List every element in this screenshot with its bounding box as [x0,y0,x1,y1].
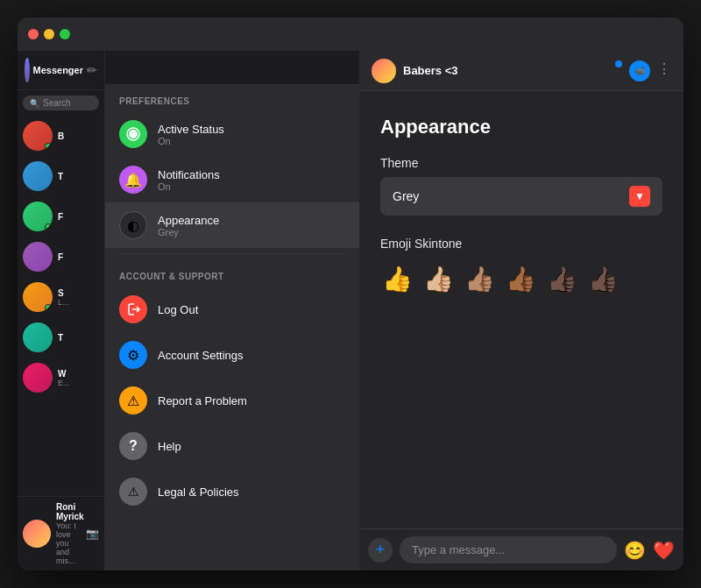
chat-info: B [58,131,99,141]
add-attachment-button[interactable]: + [368,538,393,563]
chat-info: F [58,252,99,262]
conversation-header: Babers <3 📹 ⋮ [359,51,683,91]
list-item[interactable]: T [18,317,104,358]
sticker-icon[interactable]: 😊 [624,540,646,561]
legal-text: Legal & Policies [158,485,345,499]
list-item[interactable]: S L... [18,277,104,317]
pref-active-status[interactable]: Active Status On [105,111,359,157]
list-item[interactable]: B [18,116,104,156]
heart-icon[interactable]: ❤️ [653,540,675,561]
bottom-user-item[interactable]: Roni Myrick You: I love you and mis... 📷 [18,496,104,570]
compose-icon[interactable]: ✏ [87,63,97,77]
account-settings-text: Account Settings [158,349,345,362]
app-title: Messenger [33,65,83,75]
more-options-icon[interactable]: ⋮ [657,60,671,81]
main-content: Messenger ✏ 🔍 Search B [18,51,683,570]
chat-name: T [58,333,99,343]
pref-account-settings[interactable]: ⚙ Account Settings [105,332,359,378]
notifications-icon: 🔔 [119,166,147,194]
chat-info: T [58,333,99,343]
help-label: Help [158,440,345,453]
bottom-user-preview: You: I love you and mis... [56,521,81,565]
active-status-label: Active Status [158,123,345,136]
chat-preview: E... [58,379,99,387]
traffic-lights [28,29,70,39]
minimize-button[interactable] [44,29,54,39]
theme-dropdown-inner: Grey ▼ [393,186,650,207]
camera-icon[interactable]: 📷 [86,528,99,540]
pref-legal[interactable]: ⚠ Legal & Policies [105,469,359,514]
avatar [23,363,53,393]
chat-info: S L... [58,288,99,307]
chat-info: T [58,172,99,181]
pref-notifications[interactable]: 🔔 Notifications On [105,157,359,202]
preferences-divider [119,253,345,254]
preferences-section-label: PREFERENCES [105,84,359,111]
theme-label: Theme [380,156,662,170]
search-bar[interactable]: 🔍 Search [23,96,99,110]
bottom-user-name: Roni Myrick [56,502,81,521]
close-button[interactable] [28,29,39,39]
online-indicator [45,304,52,311]
avatar [23,322,53,352]
list-item[interactable]: W E... [18,358,104,398]
emoji-medium-light[interactable]: 👍🏽 [463,263,497,295]
chat-footer: + Type a message... 😊 ❤️ [359,528,683,570]
theme-dropdown[interactable]: Grey ▼ [380,177,662,216]
pref-report-problem[interactable]: ⚠ Report a Problem [105,378,359,423]
message-input[interactable]: Type a message... [400,536,617,563]
emoji-medium[interactable]: 👍🏾 [504,263,538,295]
chat-name: W [58,369,99,379]
list-item[interactable]: T [18,156,104,196]
chat-header: Messenger ✏ [18,51,104,90]
online-indicator [45,223,52,230]
active-status-icon [119,120,147,148]
video-call-button[interactable]: 📹 [629,60,650,81]
chat-name: S [58,288,99,298]
chat-sidebar: Messenger ✏ 🔍 Search B [18,51,105,570]
emoji-dark[interactable]: 👍🏿 [586,263,620,295]
bottom-user-avatar [23,520,51,548]
appearance-text: Appearance Grey [158,214,345,237]
online-indicator [45,143,52,150]
pref-logout[interactable]: Log Out [105,287,359,332]
right-panel: Babers <3 📹 ⋮ Appearance Theme Grey [359,51,683,570]
header-actions: 📹 ⋮ [615,60,671,81]
conversation-name: Babers <3 [403,64,608,77]
legal-icon: ⚠ [119,478,147,506]
message-placeholder: Type a message... [412,543,505,556]
list-item[interactable]: F [18,237,104,277]
logout-text: Log Out [158,303,345,316]
chat-name: F [58,252,99,262]
emoji-default[interactable]: 👍 [380,263,414,295]
audio-call-dot [615,60,622,67]
emoji-light[interactable]: 👍🏼 [421,263,456,295]
avatar [23,202,53,231]
legal-label: Legal & Policies [158,485,345,499]
account-settings-label: Account Settings [158,349,345,362]
preferences-panel: PREFERENCES Active Status On 🔔 [105,84,359,570]
title-bar [18,18,683,51]
emoji-medium-dark[interactable]: 👍🏿 [545,263,579,295]
appearance-value: Grey [158,227,345,237]
list-item[interactable]: F [18,196,104,237]
avatar [23,282,53,312]
report-problem-label: Report a Problem [158,394,345,407]
help-icon: ? [119,432,147,460]
chat-info: W E... [58,369,99,387]
active-status-text: Active Status On [158,123,345,146]
avatar [23,121,53,151]
notifications-text: Notifications On [158,168,345,192]
notifications-value: On [158,181,345,192]
active-status-value: On [158,136,345,146]
bottom-user-info: Roni Myrick You: I love you and mis... [56,502,81,565]
svg-point-0 [129,130,138,138]
report-problem-icon: ⚠ [119,386,147,414]
search-icon: 🔍 [30,99,39,108]
maximize-button[interactable] [60,29,70,39]
chat-list: B T F [18,116,104,496]
pref-appearance[interactable]: ◐ Appearance Grey [105,202,359,248]
chat-preview: L... [58,298,99,307]
pref-help[interactable]: ? Help [105,423,359,469]
notifications-label: Notifications [158,168,345,181]
